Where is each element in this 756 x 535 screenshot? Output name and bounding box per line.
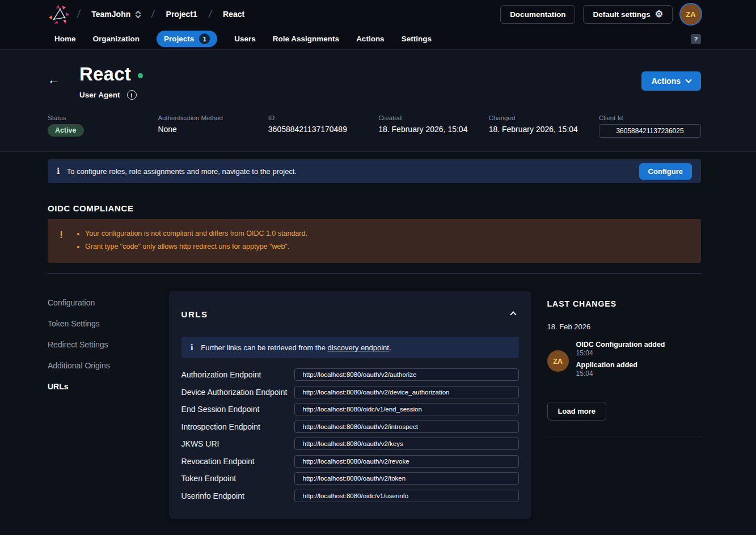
compliance-warning-box: ! Your configuration is not compliant an… [48,219,701,263]
sidebar-item-token-settings[interactable]: Token Settings [48,320,100,328]
meta-changed: Changed 18. February 2026, 15:04 [489,114,599,138]
jkws-uri-input[interactable] [294,438,519,450]
main-nav: Home Organization Projects 1 Users Role … [0,28,756,50]
nav-item-projects[interactable]: Projects 1 [157,31,217,47]
sidebar-item-redirect-settings[interactable]: Redirect Settings [48,341,108,349]
breadcrumb-project[interactable]: Project1 [163,7,201,21]
compliance-warning-item: Grant type "code" only allows http redir… [85,241,307,252]
info-icon[interactable]: i [127,90,137,100]
field-label: Token Endpoint [181,474,294,483]
meta-id: ID 360588421137170489 [268,114,378,138]
breadcrumb-app-label: React [223,10,244,19]
breadcrumb-app[interactable]: React [219,7,248,21]
field-label: Userinfo Endpoint [181,491,294,500]
meta-label: ID [268,114,378,121]
event-avatar: ZA [547,350,569,372]
compliance-warning-list: Your configuration is not compliant and … [75,226,307,254]
projects-count-badge: 1 [199,33,210,44]
meta-label: Client Id [599,114,701,121]
actions-button[interactable]: Actions [641,71,701,91]
compliance-warning-item: Your configuration is not compliant and … [85,228,307,239]
default-settings-button[interactable]: Default settings ⚙ [583,5,673,24]
collapse-button[interactable] [508,307,519,322]
nav-item-role-assignments[interactable]: Role Assignments [273,32,339,45]
breadcrumb-org[interactable]: TeamJohn [88,7,143,21]
info-icon: ℹ [191,342,194,353]
sidebar-item-additional-origins[interactable]: Additional Origins [48,362,110,370]
nav-item-actions[interactable]: Actions [356,32,385,45]
meta-value: 360588421137170489 [268,125,378,134]
back-button[interactable]: ← [48,73,65,87]
nav-item-users[interactable]: Users [234,32,256,45]
authorization-endpoint-input[interactable] [294,368,519,381]
oidc-compliance-heading: OIDC COMPLIANCE [48,203,701,213]
field-authorization-endpoint: Authorization Endpoint [181,366,519,384]
app-meta-row: Status Active Authentication Method None… [48,114,701,138]
breadcrumb-project-label: Project1 [166,10,197,19]
event-title: Application added [576,361,665,369]
top-bar: / TeamJohn / Project1 / React Documentat… [0,0,756,28]
load-more-button[interactable]: Load more [547,402,606,421]
event-title: OIDC Configuration added [576,341,665,349]
meta-value: 18. February 2026, 15:04 [378,125,488,134]
page-title: React [79,63,131,85]
meta-created: Created 18. February 2026, 15:04 [378,114,488,138]
nav-item-settings[interactable]: Settings [402,32,432,45]
introspection-endpoint-input[interactable] [294,421,519,433]
event-list: OIDC Configuration added 15:04 Applicati… [576,341,665,381]
topbar-actions: Documentation Default settings ⚙ ZA [500,4,701,24]
field-revocation-endpoint: Revocation Endpoint [181,453,519,470]
last-changes-heading: LAST CHANGES [547,299,701,308]
app-side-nav: Configuration Token Settings Redirect Se… [48,291,169,404]
field-introspection-endpoint: Introspection Endpoint [181,418,519,436]
status-badge: Active [48,124,84,137]
field-end-session-endpoint: End Session Endpoint [181,401,519,418]
default-settings-label: Default settings [593,10,650,19]
nav-item-home[interactable]: Home [54,32,76,45]
field-label: Device Authorization Endpoint [181,388,294,397]
actions-button-label: Actions [652,77,681,86]
zitadel-logo-icon[interactable] [49,4,69,24]
sidebar-item-urls[interactable]: URLs [48,383,69,390]
urls-card: URLS ℹ Further links can be retrieved fr… [169,291,531,519]
change-event: Application added 15:04 [576,361,665,377]
chevron-down-icon [685,77,691,83]
end-session-endpoint-input[interactable] [294,403,519,415]
page-header: ← React User Agent i Actions Status Acti… [0,50,756,152]
active-state-dot-icon [138,73,143,78]
urls-card-title: URLS [181,309,208,319]
project-banner-text: To configure roles, role assignments and… [67,167,297,176]
revocation-endpoint-input[interactable] [294,455,519,468]
discovery-endpoint-link[interactable]: discovery endpoint [328,343,389,352]
meta-label: Status [48,114,158,121]
section-divider [48,273,701,274]
device-authorization-endpoint-input[interactable] [294,386,519,398]
documentation-button[interactable]: Documentation [500,5,575,24]
main-content: ℹ To configure roles, role assignments a… [0,159,756,519]
configure-button-label: Configure [648,167,683,176]
sidebar-item-configuration[interactable]: Configuration [48,299,95,307]
breadcrumb-separator: / [76,8,81,20]
banner-text: Further links can be retrieved from the [201,343,327,352]
configure-button[interactable]: Configure [639,163,692,180]
changes-divider [547,436,701,436]
meta-value: 18. February 2026, 15:04 [489,125,599,134]
breadcrumb-org-label: TeamJohn [91,10,130,19]
endpoint-fields: Authorization Endpoint Device Authorizat… [181,366,519,504]
meta-auth-method: Authentication Method None [158,114,268,138]
field-label: JKWS URI [181,439,294,448]
meta-label: Changed [489,114,599,121]
unfold-icon [136,11,140,18]
help-button[interactable]: ? [691,34,701,44]
meta-status: Status Active [48,114,158,138]
field-token-endpoint: Token Endpoint [181,470,519,487]
changes-date: 18. Feb 2026 [547,322,701,331]
nav-item-projects-label: Projects [164,35,194,43]
documentation-label: Documentation [510,10,565,19]
user-avatar[interactable]: ZA [681,4,701,24]
app-type-label: User Agent [79,91,120,99]
client-id-field[interactable] [599,124,701,138]
nav-item-organization[interactable]: Organization [93,32,140,45]
token-endpoint-input[interactable] [294,472,519,485]
userinfo-endpoint-input[interactable] [294,490,519,502]
